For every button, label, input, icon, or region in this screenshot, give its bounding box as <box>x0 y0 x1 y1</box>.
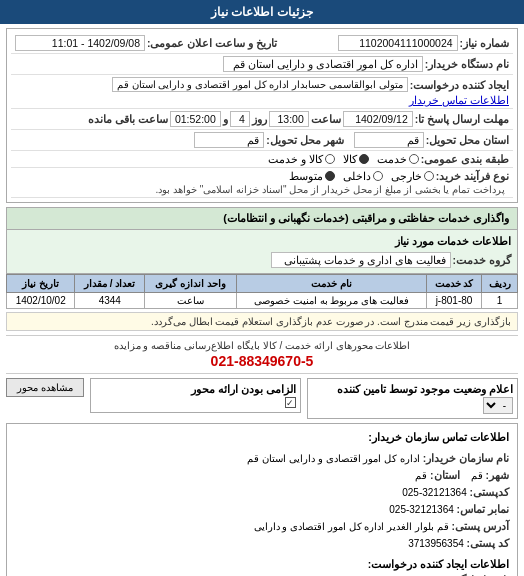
table-cell-date: 1402/10/02 <box>7 293 75 309</box>
buyer-name-row: نام سازمان خریدار: اداره کل امور اقتصادی… <box>15 450 509 467</box>
postal-code2-row: کد پستی: 3713956354 <box>15 535 509 552</box>
table-cell-qty: 4344 <box>75 293 145 309</box>
offer-type-selected-option[interactable]: متوسط <box>289 170 335 182</box>
requester-label: اطلاعات ایجاد کننده درخواست: <box>368 558 509 570</box>
table-cell-num: 1 <box>482 293 518 309</box>
group-label: گروه خدمت: <box>453 254 511 266</box>
city2-value: قم <box>194 132 264 148</box>
fax-label: نمابر تماس: <box>457 503 509 515</box>
order-info-section: شماره نیاز: 1102004111000024 تاریخ و ساع… <box>6 28 518 203</box>
site-banner: اطلاعات محورهای ارائه خدمت / کالا بایگاه… <box>6 335 518 374</box>
days-value: 4 <box>230 111 250 127</box>
city-c: قم <box>471 470 483 481</box>
type-radio-group: خدمت کالا کالا و خدمت <box>268 153 419 165</box>
note-text: بازگذاری زیر قیمت مندرج است. در صورت عدم… <box>151 316 511 327</box>
service-subtitle-row: اطلاعات خدمات مورد نیاز <box>13 233 511 250</box>
days-label: روز <box>252 113 267 125</box>
service-sub-section: اطلاعات خدمات مورد نیاز گروه خدمت: فعالی… <box>6 230 518 274</box>
type-khadamat-label: خدمت <box>377 153 407 165</box>
type-kala-label: کالا <box>343 153 357 165</box>
budget-checkbox[interactable] <box>285 397 296 408</box>
postal-code2: 3713956354 <box>408 538 464 549</box>
supplier-box: اعلام وضعیت موجود توسط تامین کننده - <box>307 378 518 419</box>
city-province-row: شهر: قم استان: قم <box>15 467 509 484</box>
supplier-select[interactable]: - <box>483 397 513 414</box>
send-time-value: 13:00 <box>269 111 309 127</box>
date-value: 1402/09/08 - 11:01 <box>15 35 145 51</box>
site-banner-text: اطلاعات محورهای ارائه خدمت / کالا بایگاه… <box>10 340 514 351</box>
col-name: نام خدمت <box>237 275 427 293</box>
offer-type-dakheli-option[interactable]: داخلی <box>343 170 383 182</box>
city-label-c: شهر: <box>486 469 510 481</box>
remaining-time-value: 01:52:00 <box>170 111 221 127</box>
postal-code2-label: کد پستی: <box>467 537 509 549</box>
table-cell-name: فعالیت های مربوط به امنیت خصوصی <box>237 293 427 309</box>
province-c: قم <box>415 470 427 481</box>
service-header-title: واگذاری خدمات حفاظتی و مراقبتی (خدمات نگ… <box>223 212 509 224</box>
agency-value: اداره کل امور اقتصادی و دارایی استان قم <box>223 56 423 72</box>
request-place-value: متولی ابوالقاسمی حسابدار اداره کل امور ا… <box>112 77 408 92</box>
type-khadamat-option[interactable]: خدمت <box>377 153 419 165</box>
city-label: استان محل تحویل: <box>426 134 509 146</box>
type-kala-option[interactable]: کالا <box>343 153 369 165</box>
supplier-label: اعلام وضعیت موجود توسط تامین کننده <box>312 383 513 395</box>
city2-label: شهر محل تحویل: <box>266 134 343 146</box>
service-group-row: گروه خدمت: فعالیت های اداری و خدمات پشتی… <box>13 250 511 270</box>
table-cell-code: j-801-80 <box>426 293 481 309</box>
header-title: جزئیات اطلاعات نیاز <box>211 5 313 19</box>
budget-box: الزامی بودن ارائه محور <box>90 378 301 413</box>
col-date: تاریخ نیاز <box>7 275 75 293</box>
fax-row: نمابر تماس: 32121364-025 <box>15 501 509 518</box>
send-date-row: مهلت ارسال پاسخ تا: 1402/09/12 ساعت 13:0… <box>11 109 513 130</box>
radio-khadamat-icon <box>409 154 419 164</box>
postal-code-row: کدپستی: 32121364-025 <box>15 484 509 501</box>
note-box: بازگذاری زیر قیمت مندرج است. در صورت عدم… <box>6 312 518 331</box>
service-detail-table: ردیف کد خدمت نام خدمت واحد اندازه گیری ت… <box>6 274 518 309</box>
city-row: استان محل تحویل: قم شهر محل تحویل: قم <box>11 130 513 151</box>
radio-dakheli-icon <box>373 171 383 181</box>
type-both-label: کالا و خدمت <box>268 153 323 165</box>
offer-type-khariji-option[interactable]: خارجی <box>391 170 434 182</box>
col-qty: تعداد / مقدار <box>75 275 145 293</box>
site-phone: 021-88349670-5 <box>10 353 514 369</box>
address: قم بلوار الغدیر اداره کل امور اقتصادی و … <box>254 521 449 532</box>
type-both-option[interactable]: کالا و خدمت <box>268 153 335 165</box>
service-header: واگذاری خدمات حفاظتی و مراقبتی (خدمات نگ… <box>6 207 518 230</box>
radio-kala-icon <box>359 154 369 164</box>
offer-type-row: نوع فرآیند خرید: خارجی داخلی متوسط پرداخ… <box>11 168 513 198</box>
offer-type-khariji-label: خارجی <box>391 170 422 182</box>
requester-name-row: نام خانوادگی: ابوالقاسمی <box>15 572 509 576</box>
buyer-name-label: نام سازمان خریدار: <box>423 452 509 464</box>
postal-code: 32121364-025 <box>402 487 467 498</box>
radio-selected-icon <box>325 171 335 181</box>
table-row: 1j-801-80فعالیت های مربوط به امنیت خصوصی… <box>7 293 518 309</box>
order-number-row: شماره نیاز: 1102004111000024 تاریخ و ساع… <box>11 33 513 54</box>
send-date-label: مهلت ارسال پاسخ تا: <box>415 113 509 125</box>
type-row: طبقه بندی عمومی: خدمت کالا کالا و خدمت <box>11 151 513 168</box>
postal-code-label: کدپستی: <box>470 486 510 498</box>
col-unit: واحد اندازه گیری <box>145 275 237 293</box>
view-btn-container: مشاهده محور <box>6 378 84 401</box>
offer-note: پرداخت تمام یا بخشی از مبلغ از محل خریدا… <box>155 184 505 195</box>
col-code: کد خدمت <box>426 275 481 293</box>
buyer-name: اداره کل امور اقتصادی و دارایی استان قم <box>247 453 419 464</box>
group-value: فعالیت های اداری و خدمات پشتیبانی <box>271 252 451 268</box>
address-label: آدرس پستی: <box>452 520 509 532</box>
page-header: جزئیات اطلاعات نیاز <box>0 0 524 24</box>
requester-section: اطلاعات ایجاد کننده درخواست: <box>15 556 509 573</box>
request-place-label: ایجاد کننده درخواست: <box>410 79 509 91</box>
request-place-row: ایجاد کننده درخواست: متولی ابوالقاسمی حس… <box>11 75 513 109</box>
province-label-c: استان: <box>430 469 460 481</box>
contact-link[interactable]: اطلاعات تماس خریدار <box>409 94 509 106</box>
table-cell-unit: ساعت <box>145 293 237 309</box>
contact-title: اطلاعات تماس سازمان خریدار: <box>15 429 509 447</box>
send-date-value: 1402/09/12 <box>343 111 413 127</box>
budget-checkbox-item <box>95 397 296 408</box>
agency-row: نام دستگاه خریدار: اداره کل امور اقتصادی… <box>11 54 513 75</box>
remaining-suffix: ساعت باقی مانده <box>88 113 168 125</box>
contact-info-box: اطلاعات تماس سازمان خریدار: نام سازمان خ… <box>6 423 518 576</box>
radio-khariji-icon <box>424 171 434 181</box>
view-button[interactable]: مشاهده محور <box>6 378 84 397</box>
order-number-value: 1102004111000024 <box>338 35 458 51</box>
offer-type-label: نوع فرآیند خرید: <box>436 170 509 182</box>
